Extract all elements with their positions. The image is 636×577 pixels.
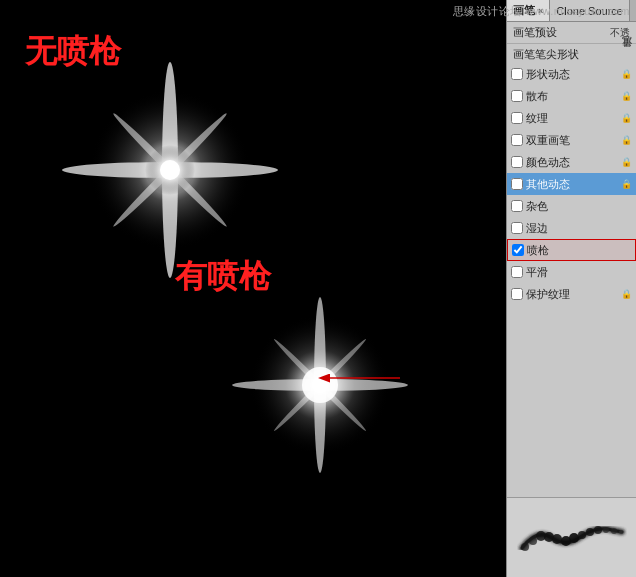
label-texture: 纹理 (526, 111, 620, 126)
svg-point-17 (529, 537, 537, 545)
brush-preview (507, 497, 636, 577)
label-no-gun: 无喷枪 (25, 30, 121, 74)
checkbox-other-dynamics[interactable] (511, 178, 523, 190)
checkbox-dual-brush[interactable] (511, 134, 523, 146)
label-protect-texture: 保护纹理 (526, 287, 620, 302)
item-smooth: 平滑 (507, 261, 636, 283)
lock-icon-dual-brush: 🔒 (620, 134, 632, 146)
svg-point-25 (594, 526, 602, 534)
label-airbrush: 喷枪 (527, 243, 631, 258)
star-burst-1 (60, 60, 280, 280)
watermark: 思缘设计论坛 www.missyuan.com (453, 4, 630, 19)
label-with-gun: 有喷枪 (175, 255, 271, 299)
checkbox-noise[interactable] (511, 200, 523, 212)
item-texture: 纹理 🔒 (507, 107, 636, 129)
checkbox-airbrush[interactable] (512, 244, 524, 256)
svg-point-6 (160, 160, 180, 180)
star-burst-2 (230, 295, 410, 475)
checkbox-color-dynamics[interactable] (511, 156, 523, 168)
lock-icon-shape-dynamics: 🔒 (620, 68, 632, 80)
checkbox-wet-edges[interactable] (511, 222, 523, 234)
svg-point-28 (619, 530, 623, 534)
label-wet-edges: 湿边 (526, 221, 632, 236)
lock-icon-texture: 🔒 (620, 112, 632, 124)
svg-point-16 (521, 543, 529, 551)
item-other-dynamics[interactable]: 其他动态 🔒 (507, 173, 636, 195)
svg-point-20 (552, 534, 562, 544)
svg-point-24 (586, 528, 594, 536)
lock-icon-protect-texture: 🔒 (620, 288, 632, 300)
item-noise: 杂色 (507, 195, 636, 217)
label-scatter: 散布 (526, 89, 620, 104)
lock-icon-color-dynamics: 🔒 (620, 156, 632, 168)
svg-point-13 (312, 377, 328, 393)
svg-point-26 (603, 527, 609, 533)
item-scatter: 散布 🔒 (507, 85, 636, 107)
svg-point-27 (611, 528, 617, 534)
canvas-area: 无喷枪 (0, 0, 510, 577)
label-color-dynamics: 颜色动态 (526, 155, 620, 170)
checkbox-smooth[interactable] (511, 266, 523, 278)
panel-header: 画笔预设 不透 (507, 22, 636, 44)
checkbox-protect-texture[interactable] (511, 288, 523, 300)
checkbox-shape-dynamics[interactable] (511, 68, 523, 80)
checkbox-scatter[interactable] (511, 90, 523, 102)
label-other-dynamics: 其他动态 (526, 177, 620, 192)
preset-label: 画笔预设 (513, 25, 557, 40)
item-airbrush: 喷枪 (507, 239, 636, 261)
item-shape-dynamics: 形状动态 🔒 (507, 63, 636, 85)
label-smooth: 平滑 (526, 265, 632, 280)
lock-icon-other-dynamics: 🔒 (620, 178, 632, 190)
checkbox-texture[interactable] (511, 112, 523, 124)
label-dual-brush: 双重画笔 (526, 133, 620, 148)
label-noise: 杂色 (526, 199, 632, 214)
lock-icon-scatter: 🔒 (620, 90, 632, 102)
item-color-dynamics: 颜色动态 🔒 (507, 151, 636, 173)
svg-point-22 (569, 533, 579, 543)
opacity-label: 不透 (610, 26, 630, 40)
svg-point-23 (578, 531, 586, 539)
item-protect-texture: 保护纹理 🔒 (507, 283, 636, 305)
brush-stroke-svg (517, 508, 627, 568)
label-shape-dynamics: 形状动态 (526, 67, 620, 82)
panel-items-list: 形状动态 🔒 散布 🔒 纹理 🔒 双重画笔 🔒 颜色动态 🔒 (507, 63, 636, 497)
panel-area: 画笔 × Clone Source 画笔预设 不透 画笔笔尖形状 形状动态 🔒 … (506, 0, 636, 577)
item-wet-edges: 湿边 (507, 217, 636, 239)
shape-section-label: 画笔笔尖形状 (507, 44, 636, 63)
item-dual-brush: 双重画笔 🔒 (507, 129, 636, 151)
